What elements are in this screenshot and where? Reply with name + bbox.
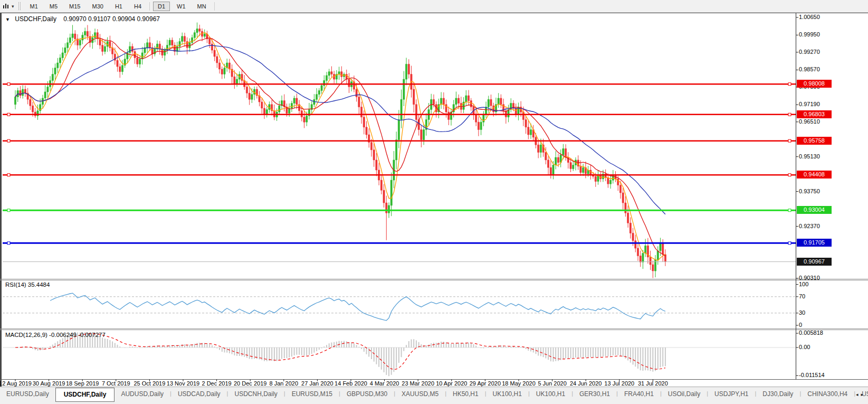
- chart-canvas[interactable]: [0, 0, 868, 404]
- ma-5-line: [15, 33, 665, 261]
- symbol-tab-uk100-h1[interactable]: UK100,H1: [530, 387, 571, 400]
- candles-layer: [14, 23, 666, 278]
- timeframe-button-d1[interactable]: D1: [153, 2, 170, 11]
- toolbar-separator: [149, 2, 150, 11]
- level-handle: [7, 113, 10, 116]
- level-handle: [788, 209, 791, 212]
- timeframe-button-h4[interactable]: H4: [129, 2, 146, 11]
- tab-scroll-arrows: ◂▸: [856, 392, 866, 397]
- symbol-tab-gbpusd-m30[interactable]: GBPUSD,M30: [340, 387, 394, 400]
- level-handle: [7, 83, 10, 86]
- tab-scroll-right-icon[interactable]: ▸: [861, 392, 866, 397]
- symbol-tab-bar: EURUSD,DailyUSDCHF,DailyAUDUSD,Daily|USD…: [0, 387, 868, 404]
- timeframe-button-m5[interactable]: M5: [45, 2, 62, 11]
- symbol-tab-usdjpy-h1[interactable]: USDJPY,H1: [708, 387, 755, 400]
- level-handle: [7, 242, 10, 245]
- symbol-tab-ger30-h1[interactable]: GER30,H1: [573, 387, 616, 400]
- macd-histogram: [15, 332, 665, 377]
- level-handle: [788, 174, 791, 176]
- symbol-tab-uk100-h1[interactable]: UK100,H1: [487, 387, 528, 400]
- rsi-line: [50, 293, 665, 321]
- chart-periods-icon[interactable]: [0, 3, 11, 10]
- timeframe-button-m30[interactable]: M30: [88, 2, 108, 11]
- toolbar-grip[interactable]: [18, 2, 21, 10]
- level-handle: [788, 113, 791, 116]
- symbol-tab-china300-h4[interactable]: CHINA300,H4: [801, 387, 854, 400]
- symbol-tab-fra40-h1[interactable]: FRA40,H1: [618, 387, 660, 400]
- toolbar-dropdown-caret[interactable]: ▾: [11, 4, 17, 9]
- timeframe-button-m1[interactable]: M1: [25, 2, 43, 11]
- symbol-tab-dj30-daily[interactable]: DJ30,Daily: [756, 387, 799, 400]
- symbol-tab-usoil-daily[interactable]: USOil,Daily: [662, 387, 707, 400]
- ma-34-line: [15, 45, 665, 214]
- timeframe-button-w1[interactable]: W1: [172, 2, 190, 11]
- level-handle: [788, 83, 791, 86]
- symbol-tab-hk50-h1[interactable]: HK50,H1: [446, 387, 485, 400]
- timeframe-button-m15[interactable]: M15: [64, 2, 85, 11]
- timeframes-toolbar: ▾ M1M5M15M30H1H4D1W1MN: [0, 0, 868, 13]
- symbol-tab-eurusd-daily[interactable]: EURUSD,Daily: [0, 387, 55, 400]
- timeframe-button-h1[interactable]: H1: [110, 2, 127, 11]
- symbol-tab-usdcad-daily[interactable]: USDCAD,Daily: [171, 387, 227, 400]
- level-handle: [788, 242, 791, 245]
- level-handle: [7, 174, 10, 176]
- symbol-tab-xauusd-m5[interactable]: XAUUSD,M5: [395, 387, 445, 400]
- level-handle: [788, 139, 791, 142]
- terminal-window: ▾ M1M5M15M30H1H4D1W1MN ▼ USDCHF,Daily 0.…: [0, 0, 868, 404]
- symbol-tab-audusd-daily[interactable]: AUDUSD,Daily: [115, 387, 170, 400]
- symbol-tab-usdchf-daily[interactable]: USDCHF,Daily: [55, 388, 115, 402]
- timeframe-button-mn[interactable]: MN: [193, 2, 211, 11]
- level-handle: [7, 209, 10, 212]
- symbol-tab-eurusd-m15[interactable]: EURUSD,M15: [285, 387, 339, 400]
- symbol-tab-usdcnh-daily[interactable]: USDCNH,Daily: [228, 387, 283, 400]
- toolbar-separator: [214, 2, 215, 11]
- level-handle: [7, 139, 10, 142]
- ma-13-line: [15, 38, 665, 256]
